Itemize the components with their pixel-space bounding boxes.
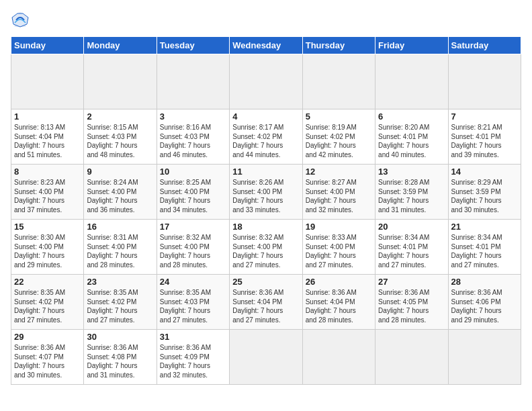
cell-info: Sunrise: 8:26 AM Sunset: 4:00 PM Dayligh… [232,178,299,214]
day-number: 15 [14,222,81,232]
calendar-cell: 3Sunrise: 8:16 AM Sunset: 4:03 PM Daylig… [157,109,229,165]
day-number: 18 [232,222,299,232]
cell-info: Sunrise: 8:32 AM Sunset: 4:00 PM Dayligh… [232,233,299,269]
week-row-3: 15Sunrise: 8:30 AM Sunset: 4:00 PM Dayli… [11,220,521,275]
cell-info: Sunrise: 8:35 AM Sunset: 4:03 PM Dayligh… [160,288,226,324]
day-number: 12 [306,167,372,177]
calendar-cell [448,54,521,109]
day-number: 8 [14,167,81,177]
column-header-thursday: Thursday [302,37,375,54]
week-row-4: 22Sunrise: 8:35 AM Sunset: 4:02 PM Dayli… [11,275,521,330]
calendar-cell [375,54,448,109]
cell-info: Sunrise: 8:15 AM Sunset: 4:03 PM Dayligh… [87,123,153,159]
calendar-cell: 24Sunrise: 8:35 AM Sunset: 4:03 PM Dayli… [157,275,229,330]
calendar-cell [448,330,521,385]
cell-info: Sunrise: 8:16 AM Sunset: 4:03 PM Dayligh… [160,123,226,159]
logo-icon [11,11,30,30]
day-number: 1 [14,111,81,122]
cell-info: Sunrise: 8:25 AM Sunset: 4:00 PM Dayligh… [160,178,226,214]
calendar-cell: 30Sunrise: 8:36 AM Sunset: 4:08 PM Dayli… [84,330,157,385]
cell-info: Sunrise: 8:34 AM Sunset: 4:01 PM Dayligh… [378,233,445,269]
calendar-cell: 5Sunrise: 8:19 AM Sunset: 4:02 PM Daylig… [302,109,375,165]
day-number: 30 [87,332,153,342]
cell-info: Sunrise: 8:36 AM Sunset: 4:05 PM Dayligh… [378,288,445,324]
column-header-monday: Monday [84,37,157,54]
cell-info: Sunrise: 8:33 AM Sunset: 4:00 PM Dayligh… [306,233,372,269]
calendar-cell: 21Sunrise: 8:34 AM Sunset: 4:01 PM Dayli… [448,220,521,275]
calendar-cell [157,54,229,109]
day-number: 10 [160,167,226,177]
day-number: 25 [232,277,299,287]
cell-info: Sunrise: 8:36 AM Sunset: 4:09 PM Dayligh… [160,343,226,379]
calendar-cell [11,54,84,109]
cell-info: Sunrise: 8:29 AM Sunset: 3:59 PM Dayligh… [451,178,518,214]
column-header-sunday: Sunday [11,37,84,54]
calendar-cell: 12Sunrise: 8:27 AM Sunset: 4:00 PM Dayli… [302,165,375,220]
calendar-cell: 26Sunrise: 8:36 AM Sunset: 4:04 PM Dayli… [302,275,375,330]
day-number: 31 [160,332,226,342]
day-number: 11 [232,167,299,177]
calendar-cell: 10Sunrise: 8:25 AM Sunset: 4:00 PM Dayli… [157,165,229,220]
day-number: 4 [232,111,299,122]
cell-info: Sunrise: 8:35 AM Sunset: 4:02 PM Dayligh… [87,288,153,324]
calendar-cell: 29Sunrise: 8:36 AM Sunset: 4:07 PM Dayli… [11,330,84,385]
cell-info: Sunrise: 8:36 AM Sunset: 4:06 PM Dayligh… [451,288,518,324]
calendar-table: SundayMondayTuesdayWednesdayThursdayFrid… [11,36,521,385]
header-row: SundayMondayTuesdayWednesdayThursdayFrid… [11,37,521,54]
calendar-cell [230,330,302,385]
day-number: 20 [378,222,445,232]
day-number: 16 [87,222,153,232]
calendar-cell: 2Sunrise: 8:15 AM Sunset: 4:03 PM Daylig… [84,109,157,165]
cell-info: Sunrise: 8:21 AM Sunset: 4:01 PM Dayligh… [451,123,518,159]
calendar-cell: 22Sunrise: 8:35 AM Sunset: 4:02 PM Dayli… [11,275,84,330]
cell-info: Sunrise: 8:35 AM Sunset: 4:02 PM Dayligh… [14,288,81,324]
calendar-cell: 17Sunrise: 8:32 AM Sunset: 4:00 PM Dayli… [157,220,229,275]
header [11,11,521,30]
calendar-cell: 25Sunrise: 8:36 AM Sunset: 4:04 PM Dayli… [230,275,302,330]
calendar-cell: 9Sunrise: 8:24 AM Sunset: 4:00 PM Daylig… [84,165,157,220]
column-header-friday: Friday [375,37,448,54]
calendar-cell: 8Sunrise: 8:23 AM Sunset: 4:00 PM Daylig… [11,165,84,220]
day-number: 21 [451,222,518,232]
week-row-1: 1Sunrise: 8:13 AM Sunset: 4:04 PM Daylig… [11,109,521,165]
column-header-saturday: Saturday [448,37,521,54]
calendar-cell: 20Sunrise: 8:34 AM Sunset: 4:01 PM Dayli… [375,220,448,275]
column-header-tuesday: Tuesday [157,37,229,54]
column-header-wednesday: Wednesday [230,37,302,54]
cell-info: Sunrise: 8:36 AM Sunset: 4:04 PM Dayligh… [306,288,372,324]
cell-info: Sunrise: 8:17 AM Sunset: 4:02 PM Dayligh… [232,123,299,159]
day-number: 7 [451,111,518,122]
day-number: 27 [378,277,445,287]
calendar-cell [302,330,375,385]
calendar-cell: 14Sunrise: 8:29 AM Sunset: 3:59 PM Dayli… [448,165,521,220]
cell-info: Sunrise: 8:32 AM Sunset: 4:00 PM Dayligh… [160,233,226,269]
day-number: 17 [160,222,226,232]
page-container: SundayMondayTuesdayWednesdayThursdayFrid… [0,0,532,392]
logo [11,11,32,30]
day-number: 24 [160,277,226,287]
day-number: 3 [160,111,226,122]
calendar-cell: 28Sunrise: 8:36 AM Sunset: 4:06 PM Dayli… [448,275,521,330]
cell-info: Sunrise: 8:24 AM Sunset: 4:00 PM Dayligh… [87,178,153,214]
cell-info: Sunrise: 8:23 AM Sunset: 4:00 PM Dayligh… [14,178,81,214]
calendar-cell: 4Sunrise: 8:17 AM Sunset: 4:02 PM Daylig… [230,109,302,165]
calendar-cell: 27Sunrise: 8:36 AM Sunset: 4:05 PM Dayli… [375,275,448,330]
day-number: 13 [378,167,445,177]
day-number: 19 [306,222,372,232]
cell-info: Sunrise: 8:20 AM Sunset: 4:01 PM Dayligh… [378,123,445,159]
calendar-cell [230,54,302,109]
calendar-cell: 18Sunrise: 8:32 AM Sunset: 4:00 PM Dayli… [230,220,302,275]
cell-info: Sunrise: 8:27 AM Sunset: 4:00 PM Dayligh… [306,178,372,214]
week-row-2: 8Sunrise: 8:23 AM Sunset: 4:00 PM Daylig… [11,165,521,220]
cell-info: Sunrise: 8:28 AM Sunset: 3:59 PM Dayligh… [378,178,445,214]
day-number: 2 [87,111,153,122]
calendar-cell: 19Sunrise: 8:33 AM Sunset: 4:00 PM Dayli… [302,220,375,275]
calendar-cell: 7Sunrise: 8:21 AM Sunset: 4:01 PM Daylig… [448,109,521,165]
calendar-cell: 11Sunrise: 8:26 AM Sunset: 4:00 PM Dayli… [230,165,302,220]
day-number: 28 [451,277,518,287]
day-number: 22 [14,277,81,287]
day-number: 26 [306,277,372,287]
cell-info: Sunrise: 8:19 AM Sunset: 4:02 PM Dayligh… [306,123,372,159]
calendar-cell: 31Sunrise: 8:36 AM Sunset: 4:09 PM Dayli… [157,330,229,385]
day-number: 6 [378,111,445,122]
